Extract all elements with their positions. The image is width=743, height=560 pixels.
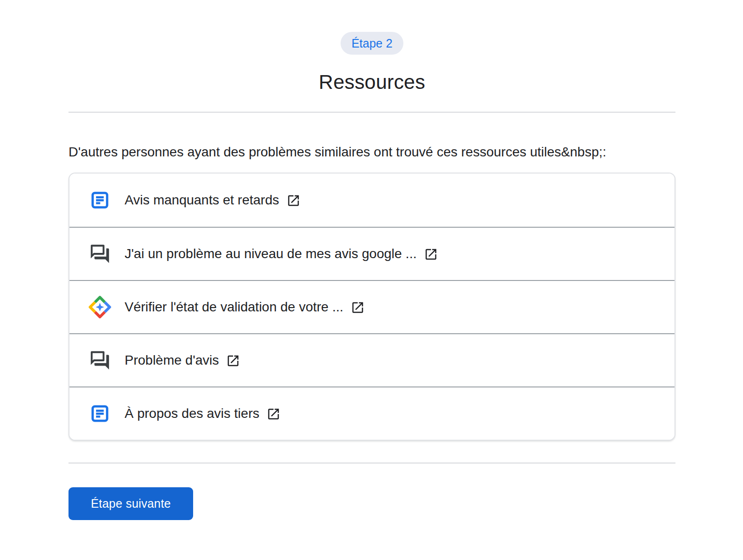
page-title: Ressources xyxy=(68,71,675,94)
open-in-new-icon xyxy=(226,354,240,368)
resources-card: Avis manquants et retards J'ai un problè… xyxy=(68,173,675,441)
resource-link-probleme-avis-google[interactable]: J'ai un problème au niveau de mes avis g… xyxy=(69,227,675,280)
open-in-new-icon xyxy=(424,247,438,261)
resource-link-avis-tiers[interactable]: À propos des avis tiers xyxy=(69,386,675,440)
resource-link-probleme-davis[interactable]: Problème d'avis xyxy=(69,333,675,386)
forum-icon xyxy=(87,349,113,371)
resource-label: Vérifier l'état de validation de votre .… xyxy=(125,299,343,315)
step-badge-row: Étape 2 xyxy=(68,32,675,55)
resource-link-avis-manquants[interactable]: Avis manquants et retards xyxy=(69,174,675,227)
bottom-divider xyxy=(68,463,675,463)
article-icon xyxy=(87,190,113,211)
resource-label: Problème d'avis xyxy=(125,352,219,368)
forum-icon xyxy=(87,243,113,265)
top-divider xyxy=(68,112,675,113)
open-in-new-icon xyxy=(351,300,365,315)
open-in-new-icon xyxy=(286,193,301,208)
open-in-new-icon xyxy=(266,407,281,421)
intro-text: D'autres personnes ayant des problèmes s… xyxy=(68,144,675,160)
resource-label: Avis manquants et retards xyxy=(125,192,279,208)
business-profile-icon xyxy=(87,295,113,319)
help-flow-page: Étape 2 Ressources D'autres personnes ay… xyxy=(0,0,743,520)
step-badge: Étape 2 xyxy=(341,32,403,55)
resource-label: J'ai un problème au niveau de mes avis g… xyxy=(125,246,417,262)
next-step-button[interactable]: Étape suivante xyxy=(68,487,193,520)
resource-link-etat-validation[interactable]: Vérifier l'état de validation de votre .… xyxy=(69,280,675,333)
article-icon xyxy=(87,403,113,424)
resource-label: À propos des avis tiers xyxy=(125,406,259,422)
